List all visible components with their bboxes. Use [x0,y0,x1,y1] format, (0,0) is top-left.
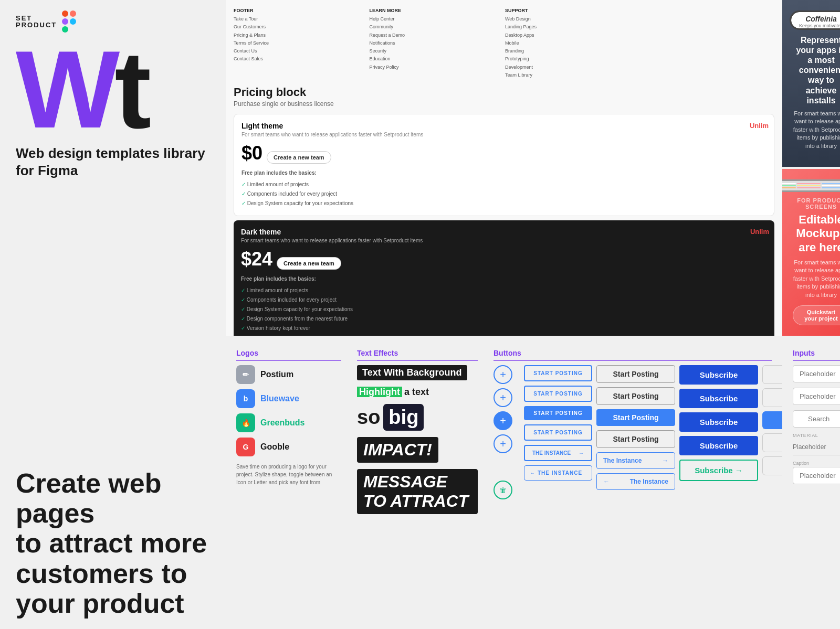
effect-highlight: Highlighta text [357,387,429,397]
plus-circle-3[interactable]: + [494,434,512,453]
card-mockups: For product screens Editable Mockups are… [782,169,840,336]
subscribe-btn-2[interactable]: Subscribe [679,389,758,408]
start-posting-text-3[interactable]: Start Posting [596,409,675,426]
phone-app-sub: Keeps you motivated [799,23,840,28]
brand-name: SET PRODUCT [16,15,57,28]
effect-big-text: big [388,406,418,428]
text-buttons-col: Start Posting Start Posting Start Postin… [596,365,675,490]
pricing-subtitle: Purchase single or business license [234,100,774,108]
inputs-section: Inputs 🔍 🎤 🔍 › MATERIAL MATERIAL [782,336,840,629]
gooble-icon: G [236,438,255,456]
the-instance-back[interactable]: ←THE INSTANCE [524,465,592,481]
bottom-section: Logos ✏ Postium b Bluewave 🔥 Greenbuds G… [226,336,782,629]
input-placeholder-1[interactable] [793,365,840,382]
plus-circles-col: + + + + 🗑 [494,365,520,499]
start-posting-text-1[interactable]: Start Posting [596,365,675,383]
start-posting-filled[interactable]: START POSTING [524,406,592,420]
card-3-pretitle: For product screens [793,197,840,210]
text-effects-list: Text With Background Highlighta text so … [357,365,478,514]
postium-icon: ✏ [236,365,255,384]
buttons-section: Buttons + + + + 🗑 START POSTING START PO… [494,349,772,619]
mini-footer-nav: Footer Take a Tour Our Customers Pricing… [234,8,774,79]
pricing-dark-card: Unlim Dark theme For smart teams who wan… [234,220,774,336]
letter-w: W [16,43,114,137]
inputs-grid: 🔍 🎤 🔍 › MATERIAL MATERIAL Caption [793,365,840,484]
caption-label-1: Caption [793,461,840,466]
greenbuds-icon: 🔥 [236,413,255,432]
tagline: Web design templates library for Figma [16,145,210,180]
material-input-1-group: MATERIAL [793,433,840,455]
pricing-light-desc: For smart teams who want to release appl… [242,131,766,138]
brand-logo: SET PRODUCT [16,15,57,28]
plus-circle-2[interactable]: + [494,388,512,407]
list-item: Impact! [357,437,478,463]
card-1-heading: Represent your apps in a most convenient… [793,35,840,105]
effect-so: so [357,406,380,429]
start-posting-text-2[interactable]: Start Posting [596,387,675,405]
subscribe-btn-1[interactable]: Subscribe [679,365,758,385]
start-posting-outline-1[interactable]: START POSTING [524,365,592,381]
pricing-title: Pricing block [234,86,774,99]
the-instance-text-forward[interactable]: The Instance→ [596,452,675,469]
subscribe-btn-3[interactable]: Subscribe [679,412,758,432]
plus-circle-1[interactable]: + [494,365,512,384]
material-label-1: MATERIAL [793,433,840,438]
subscribe-btn-outline[interactable]: Subscribe → [679,460,758,481]
start-posting-outline-3[interactable]: START POSTING [524,424,592,441]
start-posting-text-4[interactable]: Start Posting [596,430,675,448]
start-posting-outline-2[interactable]: START POSTING [524,386,592,402]
pricing-dark-cta[interactable]: Create a new team [277,257,341,270]
subscribe-btn-4[interactable]: Subscribe [679,436,758,455]
pricing-light-price-row: $0 Create a new team [242,142,766,164]
pricing-light-unlim: Unlim [750,122,769,130]
caption-input-1-group: Caption [793,461,840,484]
the-instance-text-back[interactable]: ←The Instance [596,473,675,490]
text-effects-section: Text Effects Text With Background Highli… [357,349,478,619]
card-3-heading: Editable Mockups are here [793,213,840,254]
subscribe-buttons-col: Subscribe Subscribe Subscribe Subscribe … [679,365,758,481]
figma-dot-red [62,10,68,17]
list-item: b Bluewave [236,389,341,408]
list-item: Text With Background [357,365,478,380]
plus-circle-filled[interactable]: + [494,411,512,430]
pricing-block: Pricing block Purchase single or busines… [234,86,774,336]
outline-buttons-col: START POSTING START POSTING START POSTIN… [524,365,592,481]
phone-device: Coffeinia Keeps you motivated [790,10,840,30]
the-instance-forward[interactable]: THE INSTANCE→ [524,445,592,461]
nav-col-support-label: SUPPORT [505,8,639,13]
card-3-desc: For smart teams who want to release apps… [793,259,840,299]
input-placeholder-2[interactable] [793,388,840,405]
pricing-dark-label: Dark theme [241,228,767,236]
bluewave-name: Bluewave [260,394,299,403]
list-item: message to attract [357,469,478,514]
nav-col-footer-label: Footer [234,8,368,13]
pricing-dark-desc: For smart teams who want to release appl… [241,237,767,244]
logos-label: Logos [236,349,341,361]
effect-impact: Impact! [357,437,438,463]
pricing-light-card: Unlim Light theme For smart teams who wa… [234,114,774,216]
list-item: ✏ Postium [236,365,341,384]
left-panel: SET PRODUCT W t Web design templates lib… [0,0,226,629]
pricing-dark-unlim: Unlim [750,228,769,236]
buttons-label: Buttons [494,349,772,361]
right-panel-top: Footer Take a Tour Our Customers Pricing… [226,0,782,336]
effect-text-bg: Text With Background [357,365,467,380]
figma-dot-blue [70,18,76,25]
phone-screen: Coffeinia Keeps you motivated [791,12,840,28]
pricing-light-cta[interactable]: Create a new team [267,151,331,164]
trash-circle[interactable]: 🗑 [494,481,512,499]
list-item: G Gooble [236,438,341,456]
nav-col-learn-label: LEARN MORE [370,8,503,13]
wt-display: W t [16,43,210,137]
text-effects-label: Text Effects [357,349,478,361]
list-item: Highlighta text [357,387,478,398]
logos-list: ✏ Postium b Bluewave 🔥 Greenbuds G Goobl… [236,365,341,456]
hero-headline: Create web pages to attract more custome… [16,468,210,619]
card-3-cta[interactable]: Quickstart your project [793,305,840,325]
tablet-device [782,179,840,192]
caption-input-1[interactable] [793,467,840,484]
postium-name: Postium [260,370,293,379]
material-input-1[interactable] [793,439,840,455]
search-input-1[interactable] [793,410,840,428]
gooble-name: Gooble [260,442,289,452]
